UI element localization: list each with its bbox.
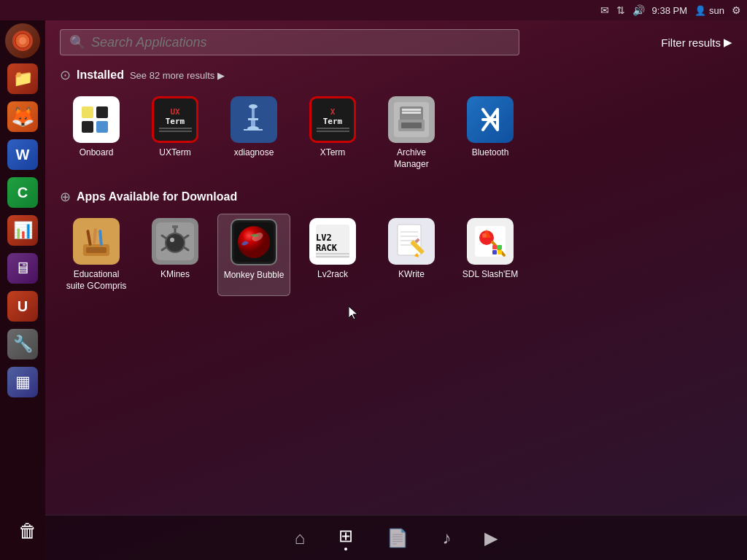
- sidebar-item-workspaces[interactable]: ▦: [5, 365, 40, 400]
- svg-rect-59: [498, 245, 502, 249]
- monkey-bubble-label: Monkey Bubble: [224, 270, 285, 281]
- sidebar-item-home[interactable]: [5, 23, 40, 58]
- sidebar: 📁 🦊 W C 📊 🖥 U 🔧 ▦ 🗑: [0, 20, 45, 560]
- download-section-header: ⊕ Apps Available for Download: [60, 189, 732, 205]
- search-bar[interactable]: 🔍: [60, 29, 519, 55]
- nav-home[interactable]: ⌂: [289, 525, 311, 551]
- see-more-installed[interactable]: See 82 more results ▶: [130, 70, 225, 81]
- lv2rack-icon: LV2 RACK: [309, 218, 356, 265]
- search-input[interactable]: [91, 35, 510, 50]
- svg-rect-60: [492, 250, 497, 254]
- app-kmines[interactable]: KMines: [139, 214, 212, 296]
- sidebar-item-impress[interactable]: 📊: [5, 213, 40, 248]
- sidebar-item-files[interactable]: 📁: [5, 61, 40, 96]
- app-monkey-bubble[interactable]: Monkey Bubble: [217, 214, 290, 296]
- network-icon[interactable]: ⇅: [616, 4, 625, 16]
- mail-icon[interactable]: ✉: [600, 4, 609, 16]
- nav-music-icon: ♪: [442, 528, 451, 548]
- app-sdlslashem[interactable]: SDL Slash'EM: [454, 214, 527, 296]
- sidebar-item-firefox[interactable]: 🦊: [5, 99, 40, 134]
- filter-label: Filter results: [661, 36, 721, 49]
- sidebar-item-ubuntu-one[interactable]: U: [5, 289, 40, 324]
- svg-rect-15: [401, 122, 422, 128]
- app-kwrite[interactable]: KWrite: [375, 214, 448, 296]
- svg-rect-6: [248, 118, 258, 120]
- svg-rect-58: [492, 245, 497, 249]
- onboard-icon: [73, 96, 120, 143]
- sdlslashem-icon: [467, 218, 514, 265]
- nav-files-icon: 📄: [387, 528, 409, 548]
- nav-apps[interactable]: ⊞: [333, 523, 359, 553]
- app-bluetooth[interactable]: Bluetooth: [454, 92, 527, 174]
- kmines-label: KMines: [160, 269, 190, 281]
- username: sun: [709, 5, 724, 16]
- bluetooth-icon: [467, 96, 514, 143]
- more-arrow-icon: ▶: [217, 70, 225, 81]
- see-more-text: See 82 more results: [130, 70, 214, 81]
- user-menu[interactable]: 👤 sun: [694, 5, 724, 16]
- app-gcompris[interactable]: Educational suite GCompris: [60, 214, 133, 296]
- sidebar-item-settings[interactable]: 🔧: [5, 327, 40, 362]
- nav-apps-icon: ⊞: [338, 526, 353, 546]
- gcompris-label: Educational suite GCompris: [64, 269, 128, 292]
- xterm-label: XTerm: [320, 147, 346, 159]
- app-onboard[interactable]: Onboard: [60, 92, 133, 174]
- nav-video[interactable]: ▶: [479, 525, 503, 551]
- svg-rect-12: [402, 109, 421, 111]
- nav-files[interactable]: 📄: [381, 525, 414, 551]
- topbar-system-icons: ✉ ⇅ 🔊: [600, 4, 645, 16]
- app-lv2rack[interactable]: LV2 RACK Lv2rack: [296, 214, 369, 296]
- installed-check-icon: ⊙: [60, 67, 71, 83]
- nav-apps-indicator: [344, 548, 347, 551]
- app-archive-manager[interactable]: Archive Manager: [375, 92, 448, 174]
- settings-icon[interactable]: ⚙: [732, 4, 741, 16]
- clock: 9:38 PM: [652, 5, 687, 16]
- download-title: Apps Available for Download: [77, 190, 237, 203]
- user-icon: 👤: [694, 5, 706, 16]
- sidebar-item-calc[interactable]: C: [5, 175, 40, 210]
- bluetooth-label: Bluetooth: [472, 147, 509, 159]
- app-xdiagnose[interactable]: xdiagnose: [217, 92, 290, 174]
- svg-point-26: [170, 238, 174, 242]
- app-xterm[interactable]: X Term XTerm: [296, 92, 369, 174]
- nav-video-icon: ▶: [484, 528, 498, 548]
- svg-rect-13: [402, 112, 421, 114]
- svg-rect-19: [86, 247, 107, 253]
- lv2rack-label: Lv2rack: [317, 269, 348, 281]
- xdiagnose-label: xdiagnose: [234, 147, 274, 159]
- svg-point-5: [249, 104, 258, 109]
- svg-text:LV2: LV2: [316, 233, 332, 243]
- sound-icon[interactable]: 🔊: [632, 4, 645, 16]
- filter-results-button[interactable]: Filter results ▶: [661, 36, 732, 49]
- archive-manager-label: Archive Manager: [379, 147, 444, 170]
- sidebar-item-system[interactable]: 🖥: [5, 251, 40, 286]
- uxterm-label: UXTerm: [159, 147, 190, 159]
- kwrite-label: KWrite: [398, 269, 425, 281]
- archive-manager-icon: [388, 96, 435, 143]
- kmines-icon: [152, 218, 198, 265]
- kwrite-icon: [388, 218, 435, 265]
- svg-text:RACK: RACK: [316, 243, 338, 253]
- main-content: 🔍 Filter results ▶ ⊙ Installed See 82 mo…: [45, 20, 747, 560]
- svg-point-2: [19, 37, 26, 44]
- svg-rect-32: [172, 225, 178, 228]
- uxterm-icon: UX Term: [152, 96, 198, 143]
- app-uxterm[interactable]: UX Term UXTerm: [139, 92, 212, 174]
- nav-home-icon: ⌂: [295, 528, 306, 548]
- sdlslashem-label: SDL Slash'EM: [462, 269, 519, 281]
- svg-rect-61: [498, 250, 502, 254]
- application-dash: 🔍 Filter results ▶ ⊙ Installed See 82 mo…: [45, 20, 747, 515]
- sidebar-item-trash[interactable]: 🗑: [10, 513, 45, 548]
- monkey-bubble-icon: [231, 219, 277, 265]
- nav-music[interactable]: ♪: [436, 525, 457, 551]
- xterm-icon: X Term: [309, 96, 356, 143]
- search-container: 🔍 Filter results ▶: [60, 29, 732, 55]
- gcompris-icon: [73, 218, 120, 265]
- installed-section-header: ⊙ Installed See 82 more results ▶: [60, 67, 732, 83]
- sidebar-item-writer[interactable]: W: [5, 137, 40, 172]
- installed-title: Installed: [77, 69, 124, 82]
- svg-point-34: [238, 226, 270, 258]
- svg-point-25: [166, 234, 184, 252]
- xdiagnose-icon: [231, 96, 277, 143]
- installed-app-grid: Onboard UX Term UXTerm: [60, 92, 732, 174]
